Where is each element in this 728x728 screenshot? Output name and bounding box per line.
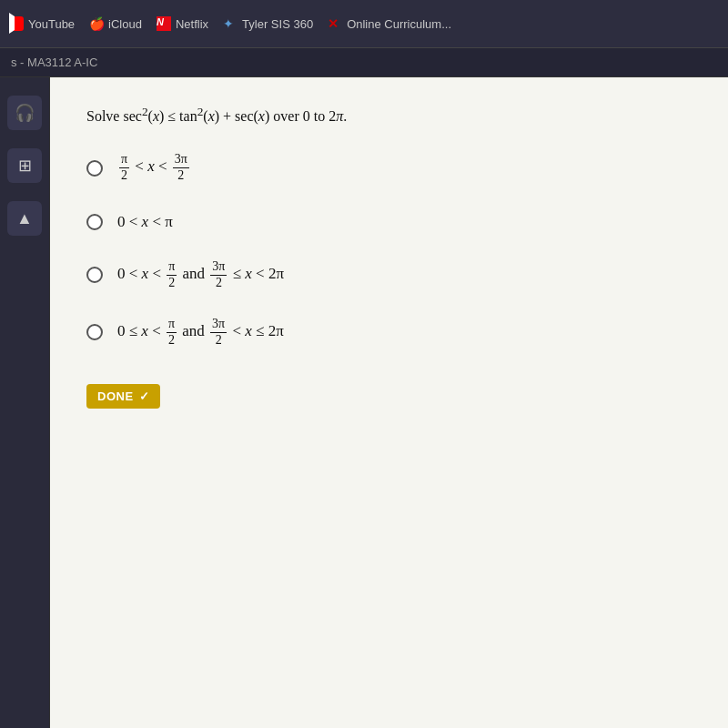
tylersis-icon: ✦ (223, 16, 238, 31)
answer-options: π 2 < x < 3π 2 0 < x < π (86, 152, 692, 348)
done-label: DONE (97, 389, 134, 403)
option-c-content: 0 < x < π 2 and 3π 2 ≤ x < 2π (117, 259, 284, 291)
option-b-radio[interactable] (86, 214, 103, 230)
headphones-icon[interactable]: 🎧 (7, 96, 42, 130)
calculator-icon[interactable]: ⊞ (7, 148, 42, 183)
tab-bar: YouTube 🍎 iCloud N Netflix ✦ Tyler SIS 3… (0, 0, 728, 48)
option-b-row: 0 < x < π (86, 209, 692, 234)
tab-tylersis[interactable]: ✦ Tyler SIS 360 (223, 16, 313, 31)
tab-youtube[interactable]: YouTube (9, 16, 75, 31)
tab-curriculum[interactable]: ✕ Online Curriculum... (328, 16, 451, 31)
done-checkmark-icon: ✓ (139, 389, 150, 403)
content-area: Solve sec2(x) ≤ tan2(x) + sec(x) over 0 … (50, 77, 728, 728)
main-content: 🎧 ⊞ ▲ Solve sec2(x) ≤ tan2(x) + sec(x) o… (0, 77, 728, 728)
fraction-3pi-2-d: 3π 2 (210, 317, 227, 349)
tab-icloud-label: iCloud (108, 17, 142, 31)
option-c-row: 0 < x < π 2 and 3π 2 ≤ x < 2π (86, 259, 692, 291)
option-b-content: 0 < x < π (117, 209, 173, 234)
tab-netflix-label: Netflix (176, 17, 208, 31)
option-d-content: 0 ≤ x < π 2 and 3π 2 < x ≤ 2π (117, 317, 284, 349)
icloud-icon: 🍎 (89, 16, 104, 31)
fraction-3pi-2-a: 3π 2 (173, 152, 189, 184)
fraction-pi-2-d: π 2 (167, 317, 177, 349)
breadcrumb-bar: s - MA3112 A-IC (0, 48, 728, 77)
option-a-row: π 2 < x < 3π 2 (86, 152, 692, 184)
sidebar: 🎧 ⊞ ▲ (0, 77, 50, 728)
question-text: Solve sec2(x) ≤ tan2(x) + sec(x) over 0 … (86, 105, 692, 125)
option-a-content: π 2 < x < 3π 2 (117, 152, 191, 184)
fraction-pi-2: π 2 (119, 152, 129, 184)
tab-youtube-label: YouTube (28, 17, 75, 31)
tab-tylersis-label: Tyler SIS 360 (242, 17, 313, 31)
breadcrumb-text: s - MA3112 A-IC (11, 56, 97, 69)
tab-netflix[interactable]: N Netflix (157, 16, 208, 31)
tab-icloud[interactable]: 🍎 iCloud (89, 16, 142, 31)
curriculum-icon: ✕ (328, 16, 342, 31)
option-a-radio[interactable] (86, 160, 103, 177)
fraction-3pi-2-c: 3π 2 (210, 259, 227, 291)
youtube-icon (9, 16, 24, 31)
netflix-icon: N (157, 16, 171, 31)
fraction-pi-2-c: π 2 (167, 259, 177, 291)
option-d-radio[interactable] (86, 324, 103, 340)
done-button[interactable]: DONE ✓ (86, 384, 160, 409)
up-arrow-icon[interactable]: ▲ (7, 201, 42, 236)
option-d-row: 0 ≤ x < π 2 and 3π 2 < x ≤ 2π (86, 317, 692, 349)
option-c-radio[interactable] (86, 267, 103, 283)
tab-curriculum-label: Online Curriculum... (347, 17, 451, 31)
